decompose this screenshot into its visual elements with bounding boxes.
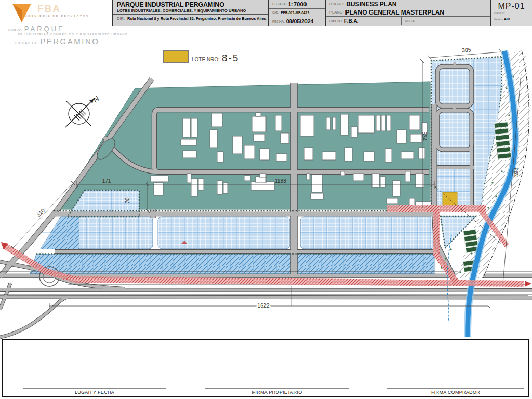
sheet-number-cell: MP-01 Plano N° Version A01 — [490, 0, 532, 26]
nota-label: NOTA: — [405, 19, 415, 23]
dir-label: DIR: — [117, 16, 125, 21]
wm-parque: PARQUE — [24, 25, 65, 33]
signature-lugar-fecha: LUGAR Y FECHA — [23, 388, 166, 395]
rubro-value: BUSINESS PLAN — [346, 1, 396, 8]
project-title: PARQUE INDUSTRIAL PERGAMINO — [113, 0, 268, 8]
dim-70: 70 — [125, 197, 130, 204]
signature-comprador: FIRMA COMPRADOR — [387, 388, 524, 395]
legend-swatch — [163, 50, 189, 63]
dim-1188: 1188 — [275, 178, 286, 184]
masterplan-sheet: 385 534 882 171 1188 70 310 1622 N FBA I… — [0, 0, 532, 399]
cad-label: CAD: — [272, 11, 279, 14]
legend-value: 8-5 — [222, 53, 239, 63]
dim-310: 310 — [36, 207, 46, 218]
wm-nuevo: NUEVO — [8, 29, 22, 32]
plano-n-label: Plano N° — [491, 11, 532, 15]
fecha-label: FECHA: — [272, 20, 285, 23]
escala-label: ESCALA: — [272, 2, 286, 6]
plano-label: PLANO: — [329, 10, 344, 15]
version-label: Version — [494, 18, 503, 21]
rubro-label: RUBRO: — [329, 2, 344, 6]
fba-logo-icon — [11, 3, 32, 23]
version-value: A01 — [504, 17, 511, 21]
wm-ciudad: CIUDAD DE — [15, 41, 38, 45]
city-watermark: NUEVO PARQUE DE INDUSTRIAS COMERCIOS Y E… — [8, 24, 128, 46]
logo-cell: FBA INGENIERÍA DE PROYECTOS — [0, 0, 112, 26]
project-cell: PARQUE INDUSTRIAL PERGAMINO LOTES INDUST… — [112, 0, 268, 26]
escala-value: 1:7000 — [288, 1, 307, 7]
legend-label: LOTE NRO: — [192, 57, 220, 62]
legend: LOTE NRO: 8-5 — [163, 50, 239, 63]
sheet-number: MP-01 — [491, 0, 532, 11]
dim-534: 534 — [421, 131, 428, 141]
plano-value: PLANO GENERAL MASTERPLAN — [345, 9, 444, 16]
project-subtitle: LOTES INDUSTRIALES, COMERCIALES, Y EQUIP… — [113, 8, 268, 13]
brand-tagline: INGENIERÍA DE PROYECTOS — [23, 15, 89, 18]
dir-value: Ruta Nacional 8 y Ruta Provincial 32, Pe… — [127, 16, 267, 21]
fecha-value: 08/05/2024 — [286, 18, 314, 24]
dibujo-value: F.B.A. — [344, 18, 359, 24]
signature-box: LUGAR Y FECHA FIRMA PROPIETARIO FIRMA CO… — [2, 339, 529, 397]
version-row: Version A01 — [491, 16, 532, 21]
signature-propietario: FIRMA PROPIETARIO — [205, 388, 349, 395]
wm-pergamino: PERGAMINO — [40, 37, 99, 46]
north-label: N — [91, 94, 101, 104]
dibujo-label: DIBUJO: — [329, 19, 343, 23]
dim-882: 882 — [513, 167, 520, 177]
lot-rows — [30, 216, 476, 274]
north-arrow: N — [65, 94, 101, 127]
meta-cell: ESCALA: 1:7000 CAD: PPR-001-MP-0429 FECH… — [268, 0, 325, 26]
project-address: DIR: Ruta Nacional 8 y Ruta Provincial 3… — [113, 14, 268, 21]
wm-line2: DE INDUSTRIAS COMERCIOS Y EQUIPAMIENTO U… — [18, 33, 128, 36]
cad-value: PPR-001-MP-0429 — [281, 11, 309, 15]
plano-cell: RUBRO: BUSINESS PLAN PLANO: PLANO GENERA… — [325, 0, 490, 26]
title-block: FBA INGENIERÍA DE PROYECTOS PARQUE INDUS… — [0, 0, 532, 26]
dim-385: 385 — [462, 46, 471, 53]
dim-1622: 1622 — [257, 302, 270, 309]
dim-171: 171 — [102, 178, 111, 184]
brand-watermark: FBA — [37, 3, 61, 15]
